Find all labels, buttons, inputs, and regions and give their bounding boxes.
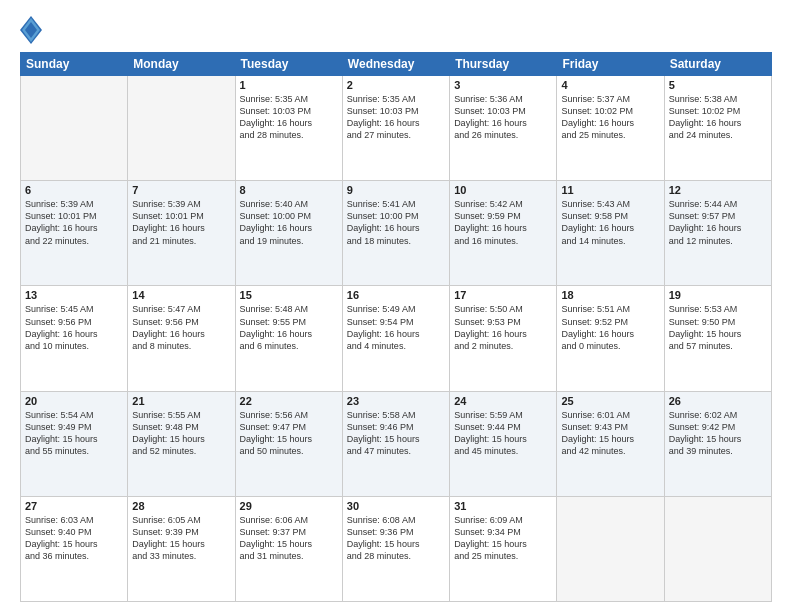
day-number: 26	[669, 395, 767, 407]
calendar-cell: 7Sunrise: 5:39 AM Sunset: 10:01 PM Dayli…	[128, 181, 235, 286]
day-info: Sunrise: 5:38 AM Sunset: 10:02 PM Daylig…	[669, 93, 767, 142]
day-number: 23	[347, 395, 445, 407]
day-info: Sunrise: 5:49 AM Sunset: 9:54 PM Dayligh…	[347, 303, 445, 352]
calendar-cell: 15Sunrise: 5:48 AM Sunset: 9:55 PM Dayli…	[235, 286, 342, 391]
day-info: Sunrise: 6:05 AM Sunset: 9:39 PM Dayligh…	[132, 514, 230, 563]
calendar-cell: 11Sunrise: 5:43 AM Sunset: 9:58 PM Dayli…	[557, 181, 664, 286]
calendar-cell: 23Sunrise: 5:58 AM Sunset: 9:46 PM Dayli…	[342, 391, 449, 496]
calendar-cell: 10Sunrise: 5:42 AM Sunset: 9:59 PM Dayli…	[450, 181, 557, 286]
day-info: Sunrise: 5:47 AM Sunset: 9:56 PM Dayligh…	[132, 303, 230, 352]
day-number: 19	[669, 289, 767, 301]
day-number: 1	[240, 79, 338, 91]
day-info: Sunrise: 5:45 AM Sunset: 9:56 PM Dayligh…	[25, 303, 123, 352]
day-info: Sunrise: 5:40 AM Sunset: 10:00 PM Daylig…	[240, 198, 338, 247]
day-number: 13	[25, 289, 123, 301]
day-info: Sunrise: 5:36 AM Sunset: 10:03 PM Daylig…	[454, 93, 552, 142]
calendar-header-row: SundayMondayTuesdayWednesdayThursdayFrid…	[21, 53, 772, 76]
calendar-header-sunday: Sunday	[21, 53, 128, 76]
day-number: 9	[347, 184, 445, 196]
calendar-cell: 24Sunrise: 5:59 AM Sunset: 9:44 PM Dayli…	[450, 391, 557, 496]
calendar-cell: 27Sunrise: 6:03 AM Sunset: 9:40 PM Dayli…	[21, 496, 128, 601]
calendar-cell: 22Sunrise: 5:56 AM Sunset: 9:47 PM Dayli…	[235, 391, 342, 496]
day-number: 21	[132, 395, 230, 407]
day-number: 3	[454, 79, 552, 91]
day-number: 30	[347, 500, 445, 512]
calendar-cell: 9Sunrise: 5:41 AM Sunset: 10:00 PM Dayli…	[342, 181, 449, 286]
day-number: 14	[132, 289, 230, 301]
day-number: 17	[454, 289, 552, 301]
day-number: 28	[132, 500, 230, 512]
day-info: Sunrise: 6:02 AM Sunset: 9:42 PM Dayligh…	[669, 409, 767, 458]
day-info: Sunrise: 5:39 AM Sunset: 10:01 PM Daylig…	[25, 198, 123, 247]
day-number: 22	[240, 395, 338, 407]
calendar-cell: 13Sunrise: 5:45 AM Sunset: 9:56 PM Dayli…	[21, 286, 128, 391]
day-number: 27	[25, 500, 123, 512]
calendar-cell: 12Sunrise: 5:44 AM Sunset: 9:57 PM Dayli…	[664, 181, 771, 286]
calendar-cell: 31Sunrise: 6:09 AM Sunset: 9:34 PM Dayli…	[450, 496, 557, 601]
day-info: Sunrise: 5:59 AM Sunset: 9:44 PM Dayligh…	[454, 409, 552, 458]
day-number: 15	[240, 289, 338, 301]
calendar-cell: 25Sunrise: 6:01 AM Sunset: 9:43 PM Dayli…	[557, 391, 664, 496]
calendar-cell: 8Sunrise: 5:40 AM Sunset: 10:00 PM Dayli…	[235, 181, 342, 286]
calendar-cell	[664, 496, 771, 601]
calendar-week-4: 20Sunrise: 5:54 AM Sunset: 9:49 PM Dayli…	[21, 391, 772, 496]
calendar-header-thursday: Thursday	[450, 53, 557, 76]
day-info: Sunrise: 5:53 AM Sunset: 9:50 PM Dayligh…	[669, 303, 767, 352]
day-number: 31	[454, 500, 552, 512]
day-number: 12	[669, 184, 767, 196]
day-info: Sunrise: 5:54 AM Sunset: 9:49 PM Dayligh…	[25, 409, 123, 458]
day-info: Sunrise: 5:58 AM Sunset: 9:46 PM Dayligh…	[347, 409, 445, 458]
day-number: 18	[561, 289, 659, 301]
calendar-cell: 3Sunrise: 5:36 AM Sunset: 10:03 PM Dayli…	[450, 76, 557, 181]
calendar-cell: 28Sunrise: 6:05 AM Sunset: 9:39 PM Dayli…	[128, 496, 235, 601]
calendar-cell: 16Sunrise: 5:49 AM Sunset: 9:54 PM Dayli…	[342, 286, 449, 391]
calendar-header-wednesday: Wednesday	[342, 53, 449, 76]
calendar-header-tuesday: Tuesday	[235, 53, 342, 76]
calendar-week-3: 13Sunrise: 5:45 AM Sunset: 9:56 PM Dayli…	[21, 286, 772, 391]
day-number: 10	[454, 184, 552, 196]
calendar-cell: 20Sunrise: 5:54 AM Sunset: 9:49 PM Dayli…	[21, 391, 128, 496]
day-info: Sunrise: 6:03 AM Sunset: 9:40 PM Dayligh…	[25, 514, 123, 563]
calendar-cell: 21Sunrise: 5:55 AM Sunset: 9:48 PM Dayli…	[128, 391, 235, 496]
calendar-cell: 26Sunrise: 6:02 AM Sunset: 9:42 PM Dayli…	[664, 391, 771, 496]
day-info: Sunrise: 5:44 AM Sunset: 9:57 PM Dayligh…	[669, 198, 767, 247]
day-info: Sunrise: 6:08 AM Sunset: 9:36 PM Dayligh…	[347, 514, 445, 563]
day-info: Sunrise: 5:37 AM Sunset: 10:02 PM Daylig…	[561, 93, 659, 142]
day-number: 24	[454, 395, 552, 407]
calendar-cell: 30Sunrise: 6:08 AM Sunset: 9:36 PM Dayli…	[342, 496, 449, 601]
calendar-cell	[128, 76, 235, 181]
day-number: 4	[561, 79, 659, 91]
logo-icon	[20, 16, 42, 44]
day-number: 25	[561, 395, 659, 407]
calendar-cell: 5Sunrise: 5:38 AM Sunset: 10:02 PM Dayli…	[664, 76, 771, 181]
day-number: 7	[132, 184, 230, 196]
day-info: Sunrise: 5:55 AM Sunset: 9:48 PM Dayligh…	[132, 409, 230, 458]
day-info: Sunrise: 5:39 AM Sunset: 10:01 PM Daylig…	[132, 198, 230, 247]
day-info: Sunrise: 5:48 AM Sunset: 9:55 PM Dayligh…	[240, 303, 338, 352]
day-number: 8	[240, 184, 338, 196]
day-info: Sunrise: 5:41 AM Sunset: 10:00 PM Daylig…	[347, 198, 445, 247]
day-number: 2	[347, 79, 445, 91]
calendar-header-saturday: Saturday	[664, 53, 771, 76]
calendar-cell	[557, 496, 664, 601]
calendar-cell: 4Sunrise: 5:37 AM Sunset: 10:02 PM Dayli…	[557, 76, 664, 181]
calendar-cell: 14Sunrise: 5:47 AM Sunset: 9:56 PM Dayli…	[128, 286, 235, 391]
day-info: Sunrise: 5:56 AM Sunset: 9:47 PM Dayligh…	[240, 409, 338, 458]
calendar-cell: 29Sunrise: 6:06 AM Sunset: 9:37 PM Dayli…	[235, 496, 342, 601]
calendar-header-monday: Monday	[128, 53, 235, 76]
day-number: 6	[25, 184, 123, 196]
calendar-cell	[21, 76, 128, 181]
day-info: Sunrise: 5:51 AM Sunset: 9:52 PM Dayligh…	[561, 303, 659, 352]
calendar-cell: 6Sunrise: 5:39 AM Sunset: 10:01 PM Dayli…	[21, 181, 128, 286]
day-number: 20	[25, 395, 123, 407]
calendar-week-2: 6Sunrise: 5:39 AM Sunset: 10:01 PM Dayli…	[21, 181, 772, 286]
day-number: 16	[347, 289, 445, 301]
day-info: Sunrise: 5:50 AM Sunset: 9:53 PM Dayligh…	[454, 303, 552, 352]
calendar-cell: 1Sunrise: 5:35 AM Sunset: 10:03 PM Dayli…	[235, 76, 342, 181]
logo	[20, 16, 46, 44]
day-info: Sunrise: 6:06 AM Sunset: 9:37 PM Dayligh…	[240, 514, 338, 563]
day-info: Sunrise: 5:35 AM Sunset: 10:03 PM Daylig…	[240, 93, 338, 142]
day-number: 11	[561, 184, 659, 196]
calendar-week-5: 27Sunrise: 6:03 AM Sunset: 9:40 PM Dayli…	[21, 496, 772, 601]
day-number: 5	[669, 79, 767, 91]
